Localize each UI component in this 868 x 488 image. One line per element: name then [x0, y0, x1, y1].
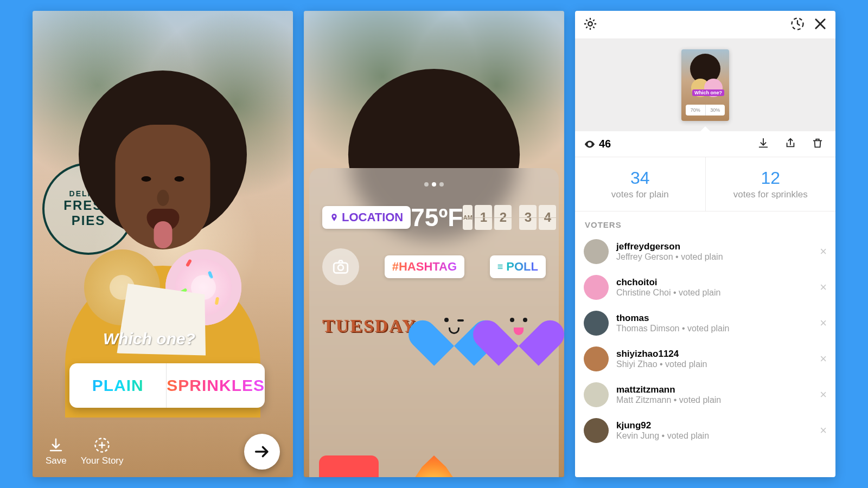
voter-username: chchoitoi — [616, 277, 812, 288]
your-story-label: Your Story — [81, 455, 124, 466]
votes-sprinkles: 12 votes for sprinkles — [705, 157, 836, 211]
dismiss-icon[interactable]: × — [820, 280, 827, 294]
hashtag-sticker[interactable]: #HASHTAG — [385, 255, 464, 278]
vote-summary: 34 votes for plain 12 votes for sprinkle… — [575, 157, 835, 211]
dismiss-icon[interactable]: × — [820, 423, 827, 438]
story-editor-screen: DELICIO FRESH PIES — [33, 11, 293, 477]
stats-bar: 46 — [575, 131, 835, 157]
boomerang-icon[interactable] — [790, 16, 805, 34]
sticker-tray[interactable]: LOCATION 75ºF AM 1 2 3 4 #HASHTAG ≡ POLL — [309, 168, 559, 477]
poll-label: POLL — [506, 260, 538, 274]
tray-page-dots — [419, 182, 449, 187]
poll-sticker-option[interactable]: ≡ POLL — [490, 255, 546, 278]
dismiss-icon[interactable]: × — [820, 316, 827, 330]
download-icon[interactable] — [757, 137, 773, 151]
save-label: Save — [46, 455, 67, 466]
poll-option-b[interactable]: SPRINKLES — [167, 363, 265, 408]
selfie-sticker[interactable] — [322, 248, 359, 285]
poll-results-screen: Which one? 70%30% 46 34 votes for plain … — [575, 11, 835, 477]
voter-subtitle: Kevin Jung • voted plain — [616, 431, 812, 441]
heart-blue-sticker[interactable] — [427, 301, 481, 350]
poll-question[interactable]: Which one? — [103, 330, 195, 348]
avatar — [584, 382, 609, 407]
voter-subtitle: Shiyi Zhao • voted plain — [616, 359, 812, 369]
voter-row[interactable]: thomasThomas Dimson • voted plain× — [575, 305, 835, 341]
voter-subtitle: Christine Choi • voted plain — [616, 288, 812, 298]
svg-point-6 — [588, 22, 592, 25]
voter-username: kjung92 — [616, 420, 812, 431]
eye-icon — [584, 138, 596, 150]
avatar — [584, 311, 609, 336]
close-icon[interactable] — [813, 16, 828, 34]
sticker-tray-screen: LOCATION 75ºF AM 1 2 3 4 #HASHTAG ≡ POLL — [304, 11, 564, 477]
avatar — [584, 418, 609, 443]
your-story-button[interactable]: Your Story — [81, 437, 124, 466]
hashtag-label: #HASHTAG — [392, 260, 457, 274]
voter-row[interactable]: kjung92Kevin Jung • voted plain× — [575, 413, 835, 448]
avatar — [584, 346, 609, 371]
svg-point-5 — [338, 265, 343, 270]
trash-icon[interactable] — [812, 137, 827, 151]
clock-sticker[interactable]: AM 1 2 3 4 — [463, 205, 556, 230]
location-label: LOCATION — [342, 210, 403, 224]
avatar — [584, 239, 609, 264]
voter-row[interactable]: shiyizhao1124Shiyi Zhao • voted plain× — [575, 341, 835, 377]
votes-plain: 34 votes for plain — [575, 157, 705, 211]
voter-subtitle: Thomas Dimson • voted plain — [616, 324, 812, 333]
voters-list[interactable]: jeffreydgersonJeffrey Gerson • voted pla… — [575, 234, 835, 448]
voter-username: mattzitzmann — [616, 384, 812, 395]
location-sticker[interactable]: LOCATION — [322, 206, 411, 229]
temperature-sticker[interactable]: 75ºF — [411, 203, 463, 232]
story-thumbnail[interactable]: Which one? 70%30% — [681, 49, 729, 121]
poll-sticker[interactable]: PLAIN SPRINKLES — [69, 363, 265, 408]
save-button[interactable]: Save — [46, 437, 67, 466]
editor-bottombar: Save Your Story — [33, 434, 293, 470]
dismiss-icon[interactable]: × — [820, 245, 827, 259]
dismiss-icon[interactable]: × — [820, 388, 827, 402]
voter-username: thomas — [616, 313, 812, 324]
results-topbar — [575, 11, 835, 39]
voter-row[interactable]: chchoitoiChristine Choi • voted plain× — [575, 269, 835, 305]
avatar — [584, 275, 609, 300]
voter-row[interactable]: mattzitzmannMatt Zitzmann • voted plain× — [575, 377, 835, 413]
dismiss-icon[interactable]: × — [820, 352, 827, 366]
voter-row[interactable]: jeffreydgersonJeffrey Gerson • voted pla… — [575, 234, 835, 269]
voter-subtitle: Jeffrey Gerson • voted plain — [616, 252, 812, 262]
voters-header: VOTERS — [575, 211, 835, 234]
settings-icon[interactable] — [583, 16, 598, 34]
day-sticker[interactable]: TUESDAY — [322, 316, 416, 336]
poll-icon: ≡ — [497, 261, 503, 273]
story-thumbnail-area: Which one? 70%30% — [575, 39, 835, 131]
tray-next-row-peek: glam — [319, 455, 549, 477]
poll-option-a[interactable]: PLAIN — [69, 363, 167, 408]
view-count: 46 — [599, 138, 611, 150]
voter-subtitle: Matt Zitzmann • voted plain — [616, 395, 812, 405]
share-icon[interactable] — [784, 137, 800, 151]
voter-username: jeffreydgerson — [616, 241, 812, 252]
heart-purple-sticker[interactable] — [492, 301, 546, 350]
next-button[interactable] — [244, 434, 280, 470]
person — [79, 70, 247, 239]
voter-username: shiyizhao1124 — [616, 349, 812, 359]
